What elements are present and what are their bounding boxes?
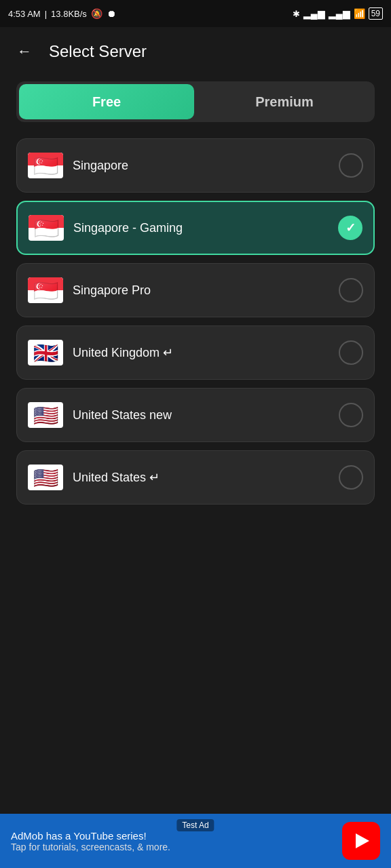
silent-icon: 🔕 — [91, 8, 103, 19]
ad-text-block: AdMob has a YouTube series! Tap for tuto… — [11, 830, 334, 852]
radio-singapore — [339, 153, 363, 178]
record-icon: ⏺ — [107, 8, 116, 19]
page-title: Select Server — [49, 42, 147, 61]
flag-singapore: 🇸🇬 — [28, 153, 63, 178]
server-list: 🇸🇬 Singapore 🇸🇬 Singapore - Gaming ✓ 🇸🇬 … — [0, 133, 391, 510]
server-name-us: United States ↵ — [73, 470, 339, 485]
status-left: 4:53 AM | 13.8KB/s 🔕 ⏺ — [8, 8, 116, 19]
server-name-uk: United Kingdom ↵ — [73, 345, 339, 360]
radio-us-new — [339, 403, 363, 427]
server-name-singapore-gaming: Singapore - Gaming — [73, 221, 338, 235]
radio-singapore-gaming: ✓ — [338, 216, 362, 240]
youtube-button[interactable] — [342, 822, 380, 860]
bluetooth-icon: ✱ — [293, 9, 300, 19]
server-name-us-new: United States new — [73, 408, 339, 422]
radio-singapore-pro — [339, 278, 363, 302]
flag-singapore-pro: 🇸🇬 — [28, 277, 63, 303]
ad-banner[interactable]: Test Ad AdMob has a YouTube series! Tap … — [0, 814, 391, 868]
flag-singapore-gaming: 🇸🇬 — [29, 215, 64, 241]
flag-uk: 🇬🇧 — [28, 340, 63, 366]
network-speed-value: 13.8KB/s — [51, 9, 87, 19]
ad-label: Test Ad — [176, 819, 214, 831]
ad-subtitle: Tap for tutorials, screencasts, & more. — [11, 842, 334, 852]
checkmark-icon: ✓ — [346, 220, 356, 235]
header: ← Select Server — [0, 27, 391, 76]
server-item-singapore-gaming[interactable]: 🇸🇬 Singapore - Gaming ✓ — [16, 201, 375, 255]
flag-us: 🇺🇸 — [28, 465, 63, 490]
time-display: 4:53 AM — [8, 9, 41, 19]
flag-us-new: 🇺🇸 — [28, 402, 63, 428]
server-item-singapore[interactable]: 🇸🇬 Singapore — [16, 138, 375, 193]
tab-premium[interactable]: Premium — [197, 84, 372, 119]
radio-us — [339, 465, 363, 490]
ad-title: AdMob has a YouTube series! — [11, 830, 334, 842]
status-right: ✱ ▂▄▆ ▂▄▆ 📶 59 — [293, 7, 383, 20]
back-button[interactable]: ← — [11, 38, 38, 65]
network-speed: | — [45, 9, 47, 19]
signal-icon: ▂▄▆ — [303, 8, 325, 19]
server-item-us[interactable]: 🇺🇸 United States ↵ — [16, 450, 375, 505]
battery-display: 59 — [369, 7, 383, 20]
server-item-singapore-pro[interactable]: 🇸🇬 Singapore Pro — [16, 263, 375, 317]
radio-uk — [339, 340, 363, 365]
signal-icon-2: ▂▄▆ — [329, 8, 350, 19]
server-item-uk[interactable]: 🇬🇧 United Kingdom ↵ — [16, 326, 375, 380]
server-item-us-new[interactable]: 🇺🇸 United States new — [16, 388, 375, 442]
tab-bar: Free Premium — [16, 81, 375, 122]
back-arrow-icon: ← — [17, 43, 32, 60]
server-name-singapore-pro: Singapore Pro — [73, 283, 339, 298]
status-bar: 4:53 AM | 13.8KB/s 🔕 ⏺ ✱ ▂▄▆ ▂▄▆ 📶 59 — [0, 0, 391, 27]
wifi-icon: 📶 — [354, 8, 365, 19]
play-icon — [356, 833, 369, 848]
server-name-singapore: Singapore — [73, 159, 339, 173]
tab-free[interactable]: Free — [19, 84, 194, 119]
